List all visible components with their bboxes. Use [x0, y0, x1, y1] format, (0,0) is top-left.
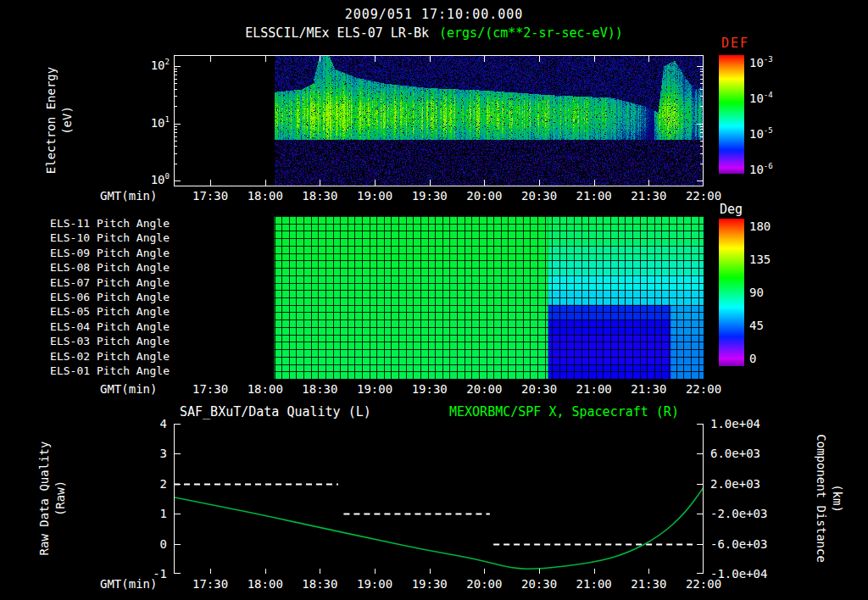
- time-tick-label: 21:00: [565, 189, 624, 203]
- timestamp-title: 2009/051 17:10:00.000: [0, 7, 868, 22]
- deg-scale-tick-label: 180: [749, 219, 771, 233]
- def-colorbar-title: DEF: [721, 36, 749, 51]
- quality-tick-label: 4: [127, 417, 167, 431]
- time-tick-label: 17:30: [181, 382, 240, 396]
- time-tick-label: 19:30: [400, 189, 459, 203]
- electron-spectrogram-plot: [174, 55, 704, 186]
- time-tick-label: 18:00: [236, 189, 295, 203]
- quality-tick-label: 0: [127, 537, 167, 551]
- spectrogram-y-axis-label: Electron Energy (eV): [43, 67, 75, 174]
- distance-tick-label: 2.0e+03: [710, 477, 760, 491]
- distance-tick-label: -6.0e+03: [710, 537, 767, 551]
- time-tick-label: 18:30: [290, 577, 349, 591]
- time-tick-label: 21:30: [619, 189, 678, 203]
- time-tick-label: 19:30: [400, 577, 459, 591]
- def-scale-tick-label: 10-6: [749, 162, 773, 176]
- time-tick-label: 17:30: [181, 577, 240, 591]
- time-tick-label: 19:00: [345, 189, 404, 203]
- pitch-row-label: ELS-08 Pitch Angle: [25, 261, 170, 274]
- time-tick-label: 19:00: [345, 382, 404, 396]
- deg-colorbar-title: Deg: [720, 202, 743, 217]
- energy-tick-label: 100: [125, 172, 170, 186]
- distance-tick-label: 1.0e+04: [710, 417, 760, 431]
- time-tick-label: 18:30: [290, 382, 349, 396]
- time-tick-label: 20:00: [454, 577, 514, 591]
- pitch-row-label: ELS-05 Pitch Angle: [25, 305, 170, 318]
- distance-tick-label: 6.0e+03: [710, 447, 760, 460]
- spacecraft-series-title: MEXORBMC/SPF X, Spacecraft (R): [449, 404, 679, 419]
- def-scale-tick-label: 10-3: [749, 55, 773, 69]
- spectrogram-ylabel-line: Electron Energy: [43, 67, 59, 174]
- time-tick-label: 22:00: [674, 382, 733, 396]
- pitch-row-label: ELS-04 Pitch Angle: [25, 320, 170, 333]
- pitch-row-label: ELS-07 Pitch Angle: [25, 276, 170, 289]
- gmt-axis-label: GMT(min): [100, 189, 157, 203]
- time-tick-label: 20:30: [509, 189, 569, 203]
- distance-ylabel-units: (km): [829, 434, 845, 563]
- gmt-axis-label: GMT(min): [100, 382, 157, 396]
- deg-scale-tick-label: 45: [749, 319, 764, 332]
- spectrogram-ylabel-units: (eV): [59, 67, 75, 174]
- instrument-name: ELSSCIL/MEx ELS-07 LR-Bk: [245, 25, 429, 41]
- time-tick-label: 20:00: [454, 382, 514, 396]
- def-scale-tick-label: 10-5: [749, 126, 773, 141]
- quality-tick-label: 2: [127, 477, 167, 491]
- distance-tick-label: -1.0e+04: [710, 567, 767, 581]
- time-tick-label: 21:30: [619, 577, 678, 591]
- def-scale-tick-label: 10-4: [749, 91, 773, 105]
- pitch-row-label: ELS-01 Pitch Angle: [25, 364, 170, 377]
- pitch-angle-heatmap: [174, 216, 704, 379]
- quality-ylabel-units: (Raw): [53, 442, 69, 556]
- pitch-row-label: ELS-02 Pitch Angle: [25, 350, 170, 363]
- distance-y-axis-label: (km) Component Distance: [813, 434, 845, 563]
- time-tick-label: 21:30: [619, 382, 678, 396]
- time-tick-label: 18:00: [236, 382, 295, 396]
- time-tick-label: 20:00: [454, 189, 514, 203]
- def-colorbar: [719, 55, 744, 174]
- time-tick-label: 22:00: [674, 189, 733, 203]
- pitch-row-label: ELS-11 Pitch Angle: [25, 217, 170, 230]
- pitch-row-label: ELS-09 Pitch Angle: [25, 247, 170, 259]
- deg-colorbar: [719, 219, 744, 366]
- time-axis-row: GMT(min)17:3018:0018:3019:0019:3020:0020…: [0, 382, 868, 397]
- time-tick-label: 21:00: [565, 577, 624, 591]
- quality-tick-label: 3: [127, 447, 167, 460]
- distance-tick-label: -2.0e+03: [710, 507, 767, 520]
- time-tick-label: 19:30: [400, 382, 459, 396]
- time-tick-label: 19:00: [345, 577, 404, 591]
- energy-tick-label: 101: [125, 115, 170, 130]
- quality-ylabel-line: Raw Data Quality: [36, 442, 53, 556]
- time-tick-label: 18:00: [236, 577, 295, 591]
- deg-scale-tick-label: 135: [749, 253, 771, 266]
- deg-scale-tick-label: 90: [749, 286, 764, 299]
- quality-series-title: SAF_BXuT/Data Quality (L): [180, 404, 371, 419]
- time-tick-label: 20:30: [509, 577, 569, 591]
- time-tick-label: 17:30: [181, 189, 240, 203]
- time-tick-label: 21:00: [565, 382, 624, 396]
- quality-tick-label: -1: [127, 567, 167, 581]
- pitch-row-label: ELS-06 Pitch Angle: [25, 291, 170, 303]
- deg-scale-tick-label: 0: [749, 352, 756, 365]
- time-axis-row: GMT(min)17:3018:0018:3019:0019:3020:0020…: [0, 189, 868, 203]
- science-plot-screen: 2009/051 17:10:00.000 ELSSCIL/MEx ELS-07…: [0, 0, 868, 600]
- quality-y-axis-label: Raw Data Quality (Raw): [36, 442, 69, 556]
- time-tick-label: 18:30: [290, 189, 349, 203]
- quality-tick-label: 1: [127, 507, 167, 520]
- energy-tick-label: 102: [125, 58, 170, 72]
- quality-distance-plot: [174, 424, 704, 574]
- flux-units-label: (ergs/(cm**2-sr-sec-eV)): [439, 25, 623, 41]
- time-tick-label: 20:30: [509, 382, 569, 396]
- pitch-row-label: ELS-03 Pitch Angle: [25, 335, 170, 347]
- distance-ylabel-line: Component Distance: [813, 434, 829, 563]
- pitch-row-label: ELS-10 Pitch Angle: [25, 231, 170, 244]
